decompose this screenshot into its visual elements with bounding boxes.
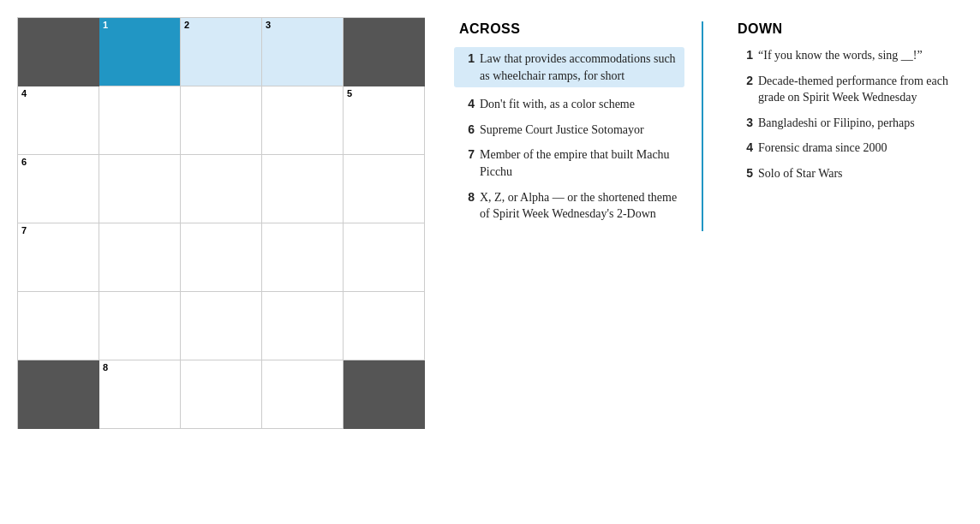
across-column: ACROSS 1Law that provides accommodations… (459, 21, 703, 231)
cell-5-1[interactable]: 8 (99, 360, 181, 429)
cell-0-0[interactable] (18, 18, 99, 86)
clues-section: ACROSS 1Law that provides accommodations… (459, 17, 963, 231)
cell-number-3: 3 (266, 21, 271, 30)
clue-number-across-4: 4 (459, 96, 475, 113)
cell-1-4[interactable]: 5 (344, 86, 425, 155)
clue-number-across-1: 1 (459, 51, 475, 68)
clue-text-across-1: Law that provides accommodations such as… (480, 51, 679, 84)
clue-text-across-7: Member of the empire that built Machu Pi… (480, 146, 684, 180)
cell-0-3[interactable]: 3 (262, 18, 344, 86)
cell-2-4[interactable] (344, 155, 425, 223)
cell-3-1[interactable] (99, 223, 181, 292)
cell-2-3[interactable] (262, 155, 344, 223)
cell-3-0[interactable]: 7 (18, 223, 99, 292)
cell-2-0[interactable]: 6 (18, 155, 99, 223)
cell-1-0[interactable]: 4 (18, 86, 99, 155)
down-heading: DOWN (738, 21, 963, 37)
cell-5-4[interactable] (344, 360, 425, 429)
down-clue-1[interactable]: 1“If you know the words, sing __!” (738, 47, 963, 64)
clue-number-down-1: 1 (738, 47, 753, 64)
down-clue-5[interactable]: 5Solo of Star Wars (738, 165, 963, 182)
down-clue-2[interactable]: 2Decade-themed performance from each gra… (738, 73, 963, 106)
clue-number-down-5: 5 (738, 165, 753, 182)
down-clue-4[interactable]: 4Forensic drama since 2000 (738, 140, 963, 157)
grid-container: 12345678 (17, 17, 425, 429)
cell-number-8: 8 (103, 363, 108, 372)
clue-text-down-4: Forensic drama since 2000 (758, 140, 963, 157)
clue-text-down-1: “If you know the words, sing __!” (758, 47, 963, 64)
clue-number-down-3: 3 (738, 115, 753, 132)
clue-number-down-2: 2 (738, 73, 753, 90)
clue-text-across-6: Supreme Court Justice Sotomayor (480, 122, 684, 139)
cell-0-2[interactable]: 2 (181, 18, 262, 86)
across-clue-1[interactable]: 1Law that provides accommodations such a… (454, 47, 684, 87)
cell-4-1[interactable] (99, 292, 181, 360)
cell-5-0[interactable] (18, 360, 99, 429)
cell-2-2[interactable] (181, 155, 262, 223)
clue-text-down-2: Decade-themed performance from each grad… (758, 73, 963, 106)
cell-3-4[interactable] (344, 223, 425, 292)
across-heading: ACROSS (459, 21, 684, 37)
across-clue-4[interactable]: 4Don't fit with, as a color scheme (459, 96, 684, 113)
cell-number-7: 7 (21, 226, 27, 235)
cell-1-3[interactable] (262, 86, 344, 155)
clue-number-across-8: 8 (459, 189, 475, 206)
cell-1-2[interactable] (181, 86, 262, 155)
across-clue-6[interactable]: 6Supreme Court Justice Sotomayor (459, 122, 684, 139)
cell-2-1[interactable] (99, 155, 181, 223)
cell-0-1[interactable]: 1 (99, 18, 181, 86)
down-clues-list: 1“If you know the words, sing __!”2Decad… (738, 47, 963, 182)
clue-number-across-7: 7 (459, 146, 475, 164)
cell-4-4[interactable] (344, 292, 425, 360)
cell-3-2[interactable] (181, 223, 262, 292)
cell-5-2[interactable] (181, 360, 262, 429)
cell-4-3[interactable] (262, 292, 344, 360)
cell-3-3[interactable] (262, 223, 344, 292)
cell-4-0[interactable] (18, 292, 99, 360)
cell-number-1: 1 (103, 21, 108, 30)
cell-0-4[interactable] (344, 18, 425, 86)
across-clue-7[interactable]: 7Member of the empire that built Machu P… (459, 146, 684, 180)
crossword-grid: 12345678 (17, 17, 425, 429)
cell-number-4: 4 (21, 89, 27, 98)
cell-number-5: 5 (347, 89, 352, 98)
clue-number-across-6: 6 (459, 122, 475, 139)
across-clue-8[interactable]: 8X, Z, or Alpha — or the shortened theme… (459, 189, 684, 223)
clue-text-across-4: Don't fit with, as a color scheme (480, 96, 684, 113)
cell-number-6: 6 (21, 158, 27, 167)
down-column: DOWN 1“If you know the words, sing __!”2… (738, 21, 963, 231)
across-clues-list: 1Law that provides accommodations such a… (459, 47, 684, 223)
clue-text-down-3: Bangladeshi or Filipino, perhaps (758, 115, 963, 132)
down-clue-3[interactable]: 3Bangladeshi or Filipino, perhaps (738, 115, 963, 132)
cell-1-1[interactable] (99, 86, 181, 155)
clue-text-across-8: X, Z, or Alpha — or the shortened theme … (480, 189, 684, 223)
cell-5-3[interactable] (262, 360, 344, 429)
clue-text-down-5: Solo of Star Wars (758, 165, 963, 182)
cell-number-2: 2 (184, 21, 189, 30)
clue-number-down-4: 4 (738, 140, 753, 157)
cell-4-2[interactable] (181, 292, 262, 360)
